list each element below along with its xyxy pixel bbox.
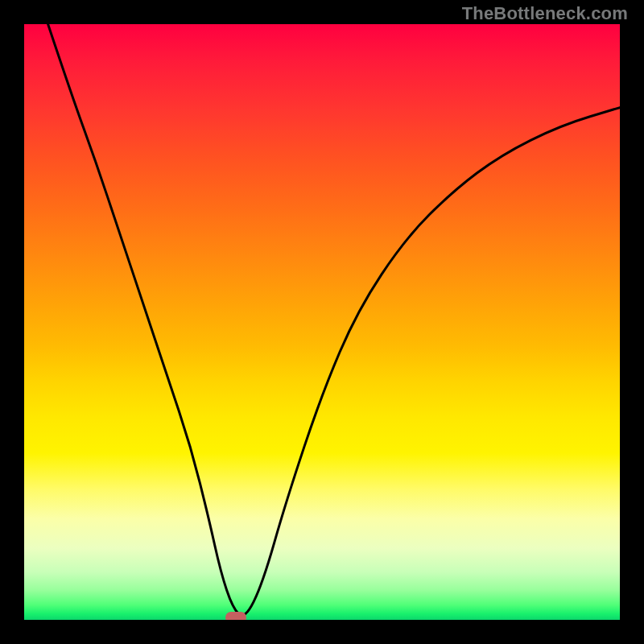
attribution-text: TheBottleneck.com	[462, 3, 628, 24]
bottleneck-curve	[48, 24, 620, 615]
plot-area	[24, 24, 620, 620]
optimal-point-marker	[225, 612, 246, 620]
curve-layer	[24, 24, 620, 620]
chart-frame: TheBottleneck.com	[0, 0, 644, 644]
